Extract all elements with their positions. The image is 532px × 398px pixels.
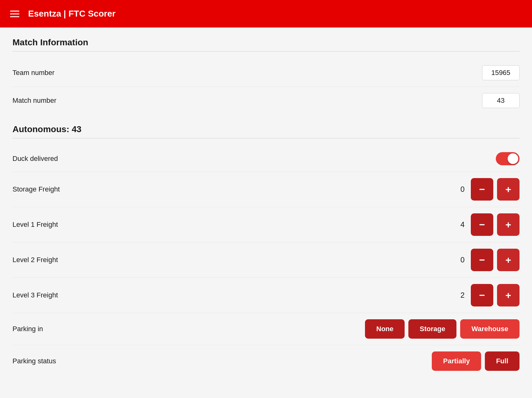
parking-in-none-button[interactable]: None (365, 319, 405, 339)
level3-freight-label: Level 3 Freight (12, 291, 58, 299)
level2-freight-minus-button[interactable]: − (471, 249, 493, 271)
level1-freight-row: Level 1 Freight 4 − + (12, 207, 520, 242)
main-content: Match Information Team number Match numb… (0, 27, 532, 392)
app-title: Esentza | FTC Scorer (28, 9, 116, 19)
storage-freight-minus-button[interactable]: − (471, 178, 493, 201)
storage-freight-plus-button[interactable]: + (497, 178, 520, 201)
parking-status-partially-button[interactable]: Partially (432, 351, 481, 371)
level2-freight-value: 0 (452, 256, 465, 264)
match-number-input[interactable] (482, 93, 520, 108)
match-number-row: Match number (12, 87, 520, 114)
duck-delivered-label: Duck delivered (12, 155, 58, 163)
level3-freight-row: Level 3 Freight 2 − + (12, 278, 520, 313)
level1-freight-controls: 4 − + (452, 213, 520, 236)
parking-status-row: Parking status Partially Full (12, 345, 520, 377)
level3-freight-value: 2 (452, 291, 465, 300)
autonomous-title: Autonomous: 43 (12, 124, 520, 134)
level1-freight-label: Level 1 Freight (12, 221, 58, 229)
autonomous-section: Autonomous: 43 Duck delivered Storage Fr… (12, 124, 520, 377)
storage-freight-value: 0 (452, 185, 465, 194)
parking-in-warehouse-button[interactable]: Warehouse (460, 319, 520, 339)
parking-in-row: Parking in None Storage Warehouse (12, 313, 520, 345)
parking-status-controls: Partially Full (432, 351, 520, 371)
level3-freight-minus-button[interactable]: − (471, 284, 493, 306)
app-header: Esentza | FTC Scorer (0, 0, 532, 27)
level3-freight-controls: 2 − + (452, 284, 520, 306)
level1-freight-minus-button[interactable]: − (471, 213, 493, 236)
team-number-label: Team number (12, 69, 55, 77)
parking-in-label: Parking in (12, 325, 43, 333)
parking-status-full-button[interactable]: Full (485, 351, 520, 371)
storage-freight-controls: 0 − + (452, 178, 520, 201)
match-info-title: Match Information (12, 37, 520, 47)
level2-freight-controls: 0 − + (452, 249, 520, 271)
team-number-input[interactable] (482, 65, 520, 80)
toggle-slider[interactable] (496, 152, 520, 165)
duck-delivered-row: Duck delivered (12, 146, 520, 172)
menu-icon[interactable] (10, 11, 19, 17)
duck-delivered-toggle[interactable] (496, 152, 520, 165)
match-number-label: Match number (12, 97, 57, 105)
level3-freight-plus-button[interactable]: + (497, 284, 520, 306)
team-number-row: Team number (12, 59, 520, 87)
level2-freight-row: Level 2 Freight 0 − + (12, 242, 520, 278)
autonomous-divider (12, 138, 520, 138)
level1-freight-value: 4 (452, 220, 465, 229)
storage-freight-label: Storage Freight (12, 185, 60, 193)
level2-freight-label: Level 2 Freight (12, 256, 58, 264)
parking-in-controls: None Storage Warehouse (365, 319, 520, 339)
match-info-section: Match Information Team number Match numb… (12, 37, 520, 114)
parking-status-label: Parking status (12, 357, 56, 365)
parking-in-storage-button[interactable]: Storage (408, 319, 456, 339)
match-info-divider (12, 51, 520, 52)
level1-freight-plus-button[interactable]: + (497, 213, 520, 236)
level2-freight-plus-button[interactable]: + (497, 249, 520, 271)
storage-freight-row: Storage Freight 0 − + (12, 172, 520, 207)
